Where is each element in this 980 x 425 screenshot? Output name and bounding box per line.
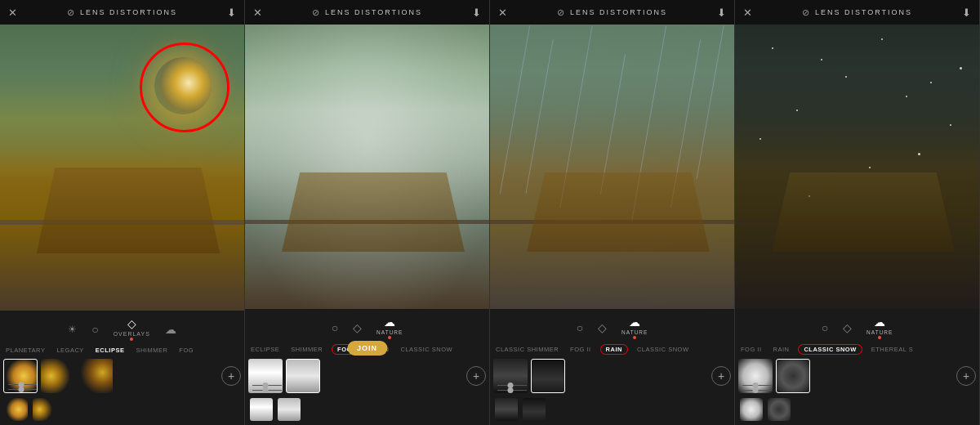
close-button-4[interactable]: ✕ xyxy=(743,7,752,18)
cat4-rain[interactable]: RAIN xyxy=(771,345,792,354)
action-thumb-3a[interactable] xyxy=(495,398,518,421)
icon-row-2: ○ ◇ ☁ NATURE xyxy=(245,312,489,342)
nature-label-4: NATURE xyxy=(866,329,893,335)
action-thumb-3b[interactable] xyxy=(523,398,546,421)
cat2-shimmer[interactable]: SHIMMER xyxy=(288,345,325,354)
icon-row-3: ○ ◇ ☁ NATURE xyxy=(490,312,734,342)
overlays-icon-1[interactable]: ◇ OVERLAYS xyxy=(114,317,150,341)
action-thumb-4a[interactable] xyxy=(740,398,763,421)
photo-area-3 xyxy=(490,25,734,309)
add-button-2[interactable]: + xyxy=(466,366,486,386)
logo-icon-3: ⊘ xyxy=(557,7,566,18)
icon-row-1: ☀ ○ ◇ OVERLAYS ☁ xyxy=(0,314,244,344)
header-2: ✕ ⊘ LENS DISTORTIONS ⬇ xyxy=(245,0,489,25)
active-dot-2 xyxy=(388,336,391,339)
nature-icon-3[interactable]: ☁ NATURE xyxy=(621,315,648,339)
action-row-2 xyxy=(245,396,489,423)
add-button-4[interactable]: + xyxy=(956,366,976,386)
thumb-1-1[interactable] xyxy=(3,359,38,393)
action-thumb-1[interactable] xyxy=(5,398,28,421)
cat-fog[interactable]: FOG xyxy=(176,346,196,355)
action-thumb-2[interactable] xyxy=(33,398,56,421)
thumb-1-2[interactable] xyxy=(41,359,75,393)
save-button-3[interactable]: ⬇ xyxy=(717,7,726,18)
header-4: ✕ ⊘ LENS DISTORTIONS ⬇ xyxy=(735,0,979,25)
thumb-strip-3: + xyxy=(490,356,734,396)
action-row-4 xyxy=(735,396,979,423)
cloud-nature-icon-4: ☁ xyxy=(874,315,885,329)
table-1 xyxy=(37,168,220,253)
header-title-4: ⊘ LENS DISTORTIONS xyxy=(802,7,912,18)
close-button-2[interactable]: ✕ xyxy=(253,7,262,18)
sliders-2 xyxy=(251,385,280,391)
cat4-classicsnow[interactable]: CLASSIC SNOW xyxy=(798,344,862,355)
cloud-icon-1[interactable]: ☁ xyxy=(165,323,176,336)
action-row-1 xyxy=(0,396,244,423)
nature-label-2: NATURE xyxy=(376,329,403,335)
active-dot-1 xyxy=(130,338,133,341)
thumb-1-3[interactable] xyxy=(78,359,113,393)
circle-icon-1[interactable]: ○ xyxy=(91,323,98,336)
nature-icon-4[interactable]: ☁ NATURE xyxy=(866,315,893,339)
cat3-rain[interactable]: RAIN xyxy=(600,344,628,355)
bottom-controls-1: ☀ ○ ◇ OVERLAYS ☁ PLANETARY LEGACY ECLIPS… xyxy=(0,311,244,425)
save-button-1[interactable]: ⬇ xyxy=(227,7,236,18)
cat-planetary[interactable]: PLANETARY xyxy=(3,346,47,355)
cat3-fogii[interactable]: FOG II xyxy=(568,345,594,354)
nature-icon-2[interactable]: ☁ NATURE xyxy=(376,315,403,339)
logo-icon-2: ⊘ xyxy=(312,7,321,18)
add-button-3[interactable]: + xyxy=(711,366,731,386)
panel-3: ✕ ⊘ LENS DISTORTIONS ⬇ ○ ◇ ☁ NA xyxy=(490,0,735,425)
header-title-1: ⊘ LENS DISTORTIONS xyxy=(67,7,177,18)
cat-legacy[interactable]: LEGACY xyxy=(54,346,86,355)
cat4-fogii[interactable]: FOG II xyxy=(738,345,764,354)
close-button-1[interactable]: ✕ xyxy=(8,7,17,18)
thumb-4-1[interactable] xyxy=(738,359,773,393)
thumb-3-2[interactable] xyxy=(531,359,565,393)
photo-area-2 xyxy=(245,25,489,309)
cat3-shimmer[interactable]: CLASSIC SHIMMER xyxy=(493,345,561,354)
header-1: ✕ ⊘ LENS DISTORTIONS ⬇ xyxy=(0,0,244,25)
cat-shimmer[interactable]: SHIMMER xyxy=(133,346,170,355)
category-tabs-4: FOG II RAIN CLASSIC SNOW ETHEREAL S xyxy=(735,342,979,356)
diamond-icon-2[interactable]: ◇ xyxy=(353,321,362,334)
circle-icon-2[interactable]: ○ xyxy=(332,321,338,334)
cat4-ethereal[interactable]: ETHEREAL S xyxy=(869,345,915,354)
close-button-3[interactable]: ✕ xyxy=(498,7,507,18)
app-title-2: LENS DISTORTIONS xyxy=(325,8,422,16)
action-thumb-2b[interactable] xyxy=(278,398,301,421)
save-button-2[interactable]: ⬇ xyxy=(472,7,481,18)
thumb-3-1[interactable] xyxy=(493,359,528,393)
cloud-nature-icon-2: ☁ xyxy=(384,315,395,329)
thumb-2-1[interactable] xyxy=(248,359,283,393)
add-button-1[interactable]: + xyxy=(221,366,241,386)
cat-eclipse[interactable]: ECLIPSE xyxy=(93,346,127,355)
panel-1: ✕ ⊘ LENS DISTORTIONS ⬇ ☀ ○ ◇ OVERLAYS ☁ xyxy=(0,0,245,425)
cat2-eclipse[interactable]: ECLIPSE xyxy=(248,345,282,354)
save-button-4[interactable]: ⬇ xyxy=(962,7,971,18)
cat2-classicsnow[interactable]: CLASSIC SNOW xyxy=(399,345,456,354)
action-thumb-2a[interactable] xyxy=(250,398,273,421)
table-4 xyxy=(772,172,955,252)
overlays-label-1: OVERLAYS xyxy=(114,331,150,337)
action-thumb-4b[interactable] xyxy=(768,398,791,421)
cat3-classicsnow[interactable]: CLASSIC SNOW xyxy=(635,345,692,354)
diamond-icon-1: ◇ xyxy=(127,317,136,330)
thumb-2-2[interactable] xyxy=(286,359,320,393)
sun-icon-1[interactable]: ☀ xyxy=(68,324,77,335)
active-dot-3 xyxy=(633,336,636,339)
logo-icon-4: ⊘ xyxy=(802,7,811,18)
active-dot-4 xyxy=(878,336,881,339)
logo-icon-1: ⊘ xyxy=(67,7,76,18)
circle-icon-4[interactable]: ○ xyxy=(822,321,828,334)
thumb-strip-4: + xyxy=(735,356,979,396)
app-title-4: LENS DISTORTIONS xyxy=(815,8,912,16)
thumb-4-2[interactable] xyxy=(776,359,810,393)
header-3: ✕ ⊘ LENS DISTORTIONS ⬇ xyxy=(490,0,734,25)
diamond-icon-4[interactable]: ◇ xyxy=(843,321,852,334)
circle-icon-3[interactable]: ○ xyxy=(577,321,583,334)
join-button[interactable]: JOIN xyxy=(347,341,387,356)
header-title-3: ⊘ LENS DISTORTIONS xyxy=(557,7,667,18)
diamond-icon-3[interactable]: ◇ xyxy=(598,321,607,334)
trees-1 xyxy=(0,25,244,182)
